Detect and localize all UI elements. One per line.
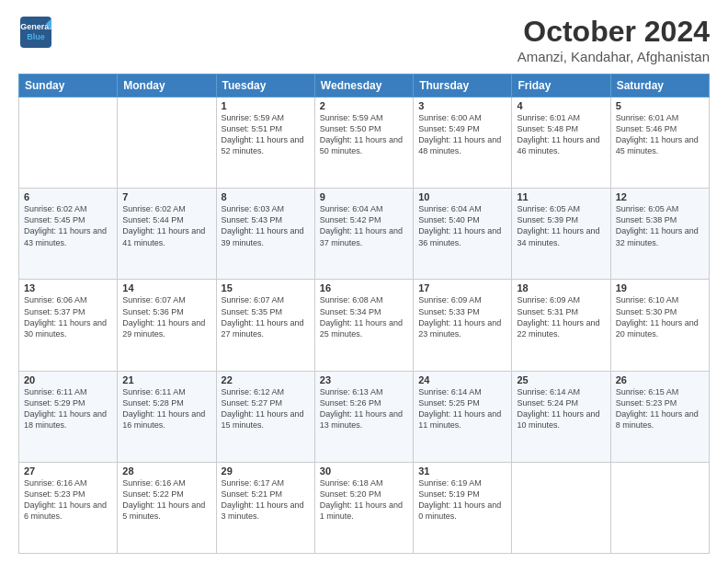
- day-info: Sunrise: 6:02 AM Sunset: 5:44 PM Dayligh…: [122, 203, 210, 248]
- day-number: 1: [222, 100, 310, 111]
- day-number: 15: [222, 282, 310, 293]
- day-info: Sunrise: 6:02 AM Sunset: 5:45 PM Dayligh…: [24, 203, 112, 248]
- day-number: 17: [418, 282, 506, 293]
- calendar-cell: 23Sunrise: 6:13 AM Sunset: 5:26 PM Dayli…: [314, 371, 413, 462]
- day-number: 19: [616, 282, 704, 293]
- day-header-monday: Monday: [118, 75, 216, 98]
- location: Amanzi, Kandahar, Afghanistan: [518, 49, 710, 64]
- calendar-cell: [118, 98, 216, 189]
- day-number: 11: [517, 191, 605, 202]
- page: General Blue October 2024 Amanzi, Kandah…: [0, 0, 728, 563]
- day-number: 31: [418, 465, 506, 477]
- calendar-cell: 26Sunrise: 6:15 AM Sunset: 5:23 PM Dayli…: [610, 371, 709, 462]
- logo: General Blue: [18, 15, 53, 50]
- calendar-cell: 13Sunrise: 6:06 AM Sunset: 5:37 PM Dayli…: [19, 280, 118, 371]
- calendar-week-2: 6Sunrise: 6:02 AM Sunset: 5:45 PM Daylig…: [19, 189, 710, 280]
- calendar-table: SundayMondayTuesdayWednesdayThursdayFrid…: [18, 74, 710, 554]
- day-number: 3: [418, 100, 506, 111]
- day-header-thursday: Thursday: [414, 75, 512, 98]
- day-header-tuesday: Tuesday: [216, 75, 314, 98]
- day-info: Sunrise: 5:59 AM Sunset: 5:51 PM Dayligh…: [222, 112, 310, 157]
- day-info: Sunrise: 6:07 AM Sunset: 5:36 PM Dayligh…: [122, 294, 210, 339]
- calendar-cell: 6Sunrise: 6:02 AM Sunset: 5:45 PM Daylig…: [19, 189, 118, 280]
- calendar-cell: 16Sunrise: 6:08 AM Sunset: 5:34 PM Dayli…: [314, 280, 413, 371]
- calendar-cell: 11Sunrise: 6:05 AM Sunset: 5:39 PM Dayli…: [512, 189, 610, 280]
- day-number: 14: [122, 282, 210, 293]
- day-info: Sunrise: 6:01 AM Sunset: 5:48 PM Dayligh…: [517, 112, 605, 157]
- calendar-cell: 20Sunrise: 6:11 AM Sunset: 5:29 PM Dayli…: [19, 371, 118, 462]
- calendar-week-5: 27Sunrise: 6:16 AM Sunset: 5:23 PM Dayli…: [19, 462, 710, 553]
- calendar-cell: 22Sunrise: 6:12 AM Sunset: 5:27 PM Dayli…: [216, 371, 314, 462]
- day-info: Sunrise: 6:09 AM Sunset: 5:33 PM Dayligh…: [418, 294, 506, 339]
- calendar-cell: 21Sunrise: 6:11 AM Sunset: 5:28 PM Dayli…: [118, 371, 216, 462]
- calendar-cell: 2Sunrise: 5:59 AM Sunset: 5:50 PM Daylig…: [314, 98, 413, 189]
- calendar-cell: 24Sunrise: 6:14 AM Sunset: 5:25 PM Dayli…: [414, 371, 512, 462]
- calendar-cell: 27Sunrise: 6:16 AM Sunset: 5:23 PM Dayli…: [19, 462, 118, 553]
- calendar-cell: 18Sunrise: 6:09 AM Sunset: 5:31 PM Dayli…: [512, 280, 610, 371]
- day-number: 2: [320, 100, 408, 111]
- calendar-cell: 12Sunrise: 6:05 AM Sunset: 5:38 PM Dayli…: [610, 189, 709, 280]
- day-info: Sunrise: 6:16 AM Sunset: 5:23 PM Dayligh…: [24, 477, 112, 523]
- calendar-cell: [610, 462, 709, 553]
- day-header-friday: Friday: [512, 75, 610, 98]
- calendar-cell: 31Sunrise: 6:19 AM Sunset: 5:19 PM Dayli…: [414, 462, 512, 553]
- day-number: 20: [24, 374, 112, 385]
- calendar-cell: 30Sunrise: 6:18 AM Sunset: 5:20 PM Dayli…: [314, 462, 413, 553]
- calendar-header-row: SundayMondayTuesdayWednesdayThursdayFrid…: [19, 75, 710, 98]
- calendar-cell: 29Sunrise: 6:17 AM Sunset: 5:21 PM Dayli…: [216, 462, 314, 553]
- day-number: 13: [24, 282, 112, 293]
- calendar-week-4: 20Sunrise: 6:11 AM Sunset: 5:29 PM Dayli…: [19, 371, 710, 462]
- day-number: 7: [122, 191, 210, 202]
- svg-text:Blue: Blue: [27, 32, 45, 41]
- day-info: Sunrise: 6:11 AM Sunset: 5:29 PM Dayligh…: [24, 386, 112, 431]
- calendar-cell: 8Sunrise: 6:03 AM Sunset: 5:43 PM Daylig…: [216, 189, 314, 280]
- day-info: Sunrise: 6:16 AM Sunset: 5:22 PM Dayligh…: [122, 477, 210, 523]
- day-info: Sunrise: 6:06 AM Sunset: 5:37 PM Dayligh…: [24, 294, 112, 339]
- day-number: 12: [616, 191, 704, 202]
- day-info: Sunrise: 6:09 AM Sunset: 5:31 PM Dayligh…: [517, 294, 605, 339]
- day-number: 8: [222, 191, 310, 202]
- day-number: 26: [616, 374, 704, 385]
- day-number: 28: [122, 465, 210, 477]
- day-number: 6: [24, 191, 112, 202]
- day-number: 10: [418, 191, 506, 202]
- calendar-cell: 3Sunrise: 6:00 AM Sunset: 5:49 PM Daylig…: [414, 98, 512, 189]
- calendar-cell: [512, 462, 610, 553]
- day-header-wednesday: Wednesday: [314, 75, 413, 98]
- day-info: Sunrise: 6:13 AM Sunset: 5:26 PM Dayligh…: [320, 386, 408, 431]
- day-info: Sunrise: 5:59 AM Sunset: 5:50 PM Dayligh…: [320, 112, 408, 157]
- calendar-cell: 7Sunrise: 6:02 AM Sunset: 5:44 PM Daylig…: [118, 189, 216, 280]
- month-title: October 2024: [518, 15, 710, 49]
- day-info: Sunrise: 6:03 AM Sunset: 5:43 PM Dayligh…: [222, 203, 310, 248]
- day-number: 21: [122, 374, 210, 385]
- day-info: Sunrise: 6:08 AM Sunset: 5:34 PM Dayligh…: [320, 294, 408, 339]
- day-number: 22: [222, 374, 310, 385]
- calendar-cell: 17Sunrise: 6:09 AM Sunset: 5:33 PM Dayli…: [414, 280, 512, 371]
- day-info: Sunrise: 6:17 AM Sunset: 5:21 PM Dayligh…: [222, 477, 310, 523]
- calendar-cell: 10Sunrise: 6:04 AM Sunset: 5:40 PM Dayli…: [414, 189, 512, 280]
- day-info: Sunrise: 6:18 AM Sunset: 5:20 PM Dayligh…: [320, 477, 408, 523]
- calendar-cell: 4Sunrise: 6:01 AM Sunset: 5:48 PM Daylig…: [512, 98, 610, 189]
- calendar-cell: [19, 98, 118, 189]
- day-number: 30: [320, 465, 408, 477]
- day-number: 9: [320, 191, 408, 202]
- calendar-cell: 5Sunrise: 6:01 AM Sunset: 5:46 PM Daylig…: [610, 98, 709, 189]
- day-info: Sunrise: 6:01 AM Sunset: 5:46 PM Dayligh…: [616, 112, 704, 157]
- day-info: Sunrise: 6:19 AM Sunset: 5:19 PM Dayligh…: [418, 477, 506, 523]
- day-number: 23: [320, 374, 408, 385]
- day-number: 4: [517, 100, 605, 111]
- day-number: 16: [320, 282, 408, 293]
- day-info: Sunrise: 6:10 AM Sunset: 5:30 PM Dayligh…: [616, 294, 704, 339]
- day-number: 25: [517, 374, 605, 385]
- day-header-sunday: Sunday: [19, 75, 118, 98]
- day-info: Sunrise: 6:04 AM Sunset: 5:40 PM Dayligh…: [418, 203, 506, 248]
- day-info: Sunrise: 6:14 AM Sunset: 5:24 PM Dayligh…: [517, 386, 605, 431]
- day-header-saturday: Saturday: [610, 75, 709, 98]
- day-number: 24: [418, 374, 506, 385]
- day-number: 29: [222, 465, 310, 477]
- calendar-cell: 25Sunrise: 6:14 AM Sunset: 5:24 PM Dayli…: [512, 371, 610, 462]
- day-info: Sunrise: 6:04 AM Sunset: 5:42 PM Dayligh…: [320, 203, 408, 248]
- calendar-cell: 15Sunrise: 6:07 AM Sunset: 5:35 PM Dayli…: [216, 280, 314, 371]
- calendar-cell: 1Sunrise: 5:59 AM Sunset: 5:51 PM Daylig…: [216, 98, 314, 189]
- calendar-week-3: 13Sunrise: 6:06 AM Sunset: 5:37 PM Dayli…: [19, 280, 710, 371]
